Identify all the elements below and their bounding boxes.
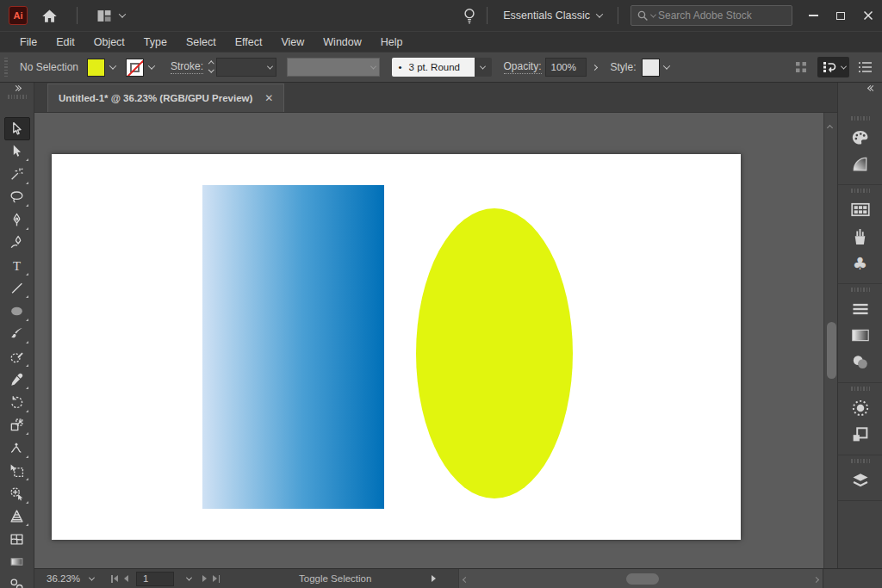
ellipse-tool[interactable] bbox=[4, 300, 30, 323]
appearance-panel-button[interactable] bbox=[843, 394, 878, 421]
direct-selection-tool[interactable] bbox=[4, 140, 30, 164]
scroll-right-icon[interactable] bbox=[814, 573, 818, 584]
horizontal-scrollbar-thumb[interactable] bbox=[626, 573, 659, 585]
minimize-button[interactable] bbox=[799, 3, 827, 28]
close-button[interactable] bbox=[854, 3, 882, 28]
selection-status: No Selection bbox=[20, 61, 87, 73]
blend-tool[interactable] bbox=[4, 573, 30, 588]
chevron-down-icon bbox=[596, 10, 603, 17]
brush-definition-dropdown[interactable]: • 3 pt. Round bbox=[392, 58, 492, 77]
last-artboard-button[interactable] bbox=[213, 575, 220, 583]
graphic-style-swatch[interactable] bbox=[642, 59, 660, 77]
adobe-stock-search[interactable] bbox=[630, 5, 792, 26]
menu-item-view[interactable]: View bbox=[271, 34, 314, 51]
mesh-tool[interactable] bbox=[4, 528, 30, 551]
next-artboard-button[interactable] bbox=[202, 575, 207, 582]
artboard[interactable] bbox=[52, 154, 741, 540]
fill-color-swatch[interactable] bbox=[87, 59, 105, 77]
document-setup-grid-icon[interactable] bbox=[793, 59, 809, 75]
rotate-tool[interactable] bbox=[4, 391, 30, 414]
menu-item-select[interactable]: Select bbox=[177, 34, 226, 51]
menu-item-object[interactable]: Object bbox=[84, 34, 134, 51]
artboard-number-field[interactable]: 1 bbox=[136, 572, 174, 586]
color-guide-panel-button[interactable] bbox=[843, 151, 878, 177]
stroke-label[interactable]: Stroke: bbox=[171, 60, 203, 74]
opacity-value-field[interactable]: 100% bbox=[545, 58, 587, 77]
gradient-rectangle-shape[interactable] bbox=[202, 185, 384, 509]
zoom-level-select[interactable]: 36.23% bbox=[34, 570, 99, 588]
scale-tool[interactable] bbox=[4, 414, 30, 437]
menu-item-window[interactable]: Window bbox=[314, 34, 370, 51]
panel-group-grip[interactable] bbox=[851, 116, 870, 121]
scroll-up-icon[interactable] bbox=[828, 118, 832, 133]
panel-dock-toggle-button[interactable] bbox=[817, 57, 849, 77]
stroke-panel-button[interactable] bbox=[843, 295, 878, 322]
scroll-left-icon[interactable] bbox=[463, 573, 468, 584]
search-input[interactable] bbox=[658, 9, 786, 22]
menu-item-help[interactable]: Help bbox=[371, 34, 413, 51]
shape-builder-tool[interactable] bbox=[4, 482, 30, 505]
layers-panel-button[interactable] bbox=[843, 467, 878, 493]
arrange-documents-button[interactable] bbox=[91, 4, 130, 27]
control-bar-grip[interactable] bbox=[4, 58, 8, 77]
menu-item-type[interactable]: Type bbox=[134, 34, 177, 51]
control-panel-menu-icon[interactable] bbox=[858, 59, 873, 75]
line-segment-tool[interactable] bbox=[4, 277, 30, 300]
status-text[interactable]: Toggle Selection bbox=[299, 573, 371, 584]
width-tool[interactable] bbox=[4, 436, 30, 460]
swatches-panel-button[interactable] bbox=[843, 196, 878, 223]
vertical-scrollbar[interactable] bbox=[823, 113, 837, 568]
curvature-tool[interactable] bbox=[4, 232, 30, 255]
panel-group-grip[interactable] bbox=[851, 459, 870, 463]
transparency-panel-button[interactable] bbox=[843, 349, 878, 375]
paintbrush-tool[interactable] bbox=[4, 323, 30, 346]
toolbar-grip[interactable] bbox=[8, 95, 27, 99]
panel-group-grip[interactable] bbox=[851, 189, 870, 193]
menu-item-edit[interactable]: Edit bbox=[47, 34, 84, 51]
pen-tool[interactable] bbox=[4, 208, 30, 232]
horizontal-scrollbar[interactable] bbox=[458, 569, 823, 588]
artboard-number-dropdown[interactable] bbox=[182, 570, 196, 588]
brushes-panel-button[interactable] bbox=[843, 223, 878, 250]
ellipse-shape[interactable] bbox=[416, 208, 573, 498]
first-artboard-button[interactable] bbox=[111, 575, 118, 583]
home-button[interactable] bbox=[36, 4, 63, 27]
stroke-weight-dropdown[interactable] bbox=[216, 58, 276, 77]
vertical-scrollbar-thumb[interactable] bbox=[827, 322, 836, 379]
stroke-color-swatch[interactable] bbox=[126, 59, 144, 77]
document-tab[interactable]: Untitled-1* @ 36.23% (RGB/GPU Preview) ✕ bbox=[47, 84, 284, 112]
learn-button[interactable] bbox=[457, 4, 481, 27]
color-panel-button[interactable] bbox=[843, 124, 878, 151]
eyedropper-tool[interactable] bbox=[4, 368, 30, 392]
tab-close-icon[interactable]: ✕ bbox=[264, 92, 273, 104]
menu-item-file[interactable]: File bbox=[10, 34, 47, 51]
graphic-styles-panel-button[interactable] bbox=[843, 421, 878, 448]
graphic-style-dropdown[interactable] bbox=[660, 59, 674, 77]
toolbar-expand-icon[interactable] bbox=[14, 86, 21, 90]
gradient-panel-button[interactable] bbox=[843, 322, 878, 349]
magic-wand-tool[interactable] bbox=[4, 163, 30, 186]
stroke-weight-stepper[interactable] bbox=[209, 62, 214, 72]
selection-tool[interactable] bbox=[4, 117, 30, 140]
opacity-label[interactable]: Opacity: bbox=[504, 60, 542, 74]
opacity-options-button[interactable] bbox=[587, 58, 604, 77]
stroke-color-dropdown[interactable] bbox=[144, 59, 158, 77]
status-expand-icon[interactable] bbox=[432, 573, 436, 584]
canvas-pasteboard[interactable] bbox=[34, 113, 823, 568]
previous-artboard-button[interactable] bbox=[124, 575, 128, 582]
brush-dropdown-button[interactable] bbox=[475, 58, 492, 77]
fill-color-dropdown[interactable] bbox=[105, 59, 120, 77]
panel-collapse-icon[interactable] bbox=[868, 86, 875, 90]
perspective-grid-tool[interactable] bbox=[4, 505, 30, 529]
menu-item-effect[interactable]: Effect bbox=[226, 34, 272, 51]
panel-group-grip[interactable] bbox=[851, 387, 870, 391]
shaper-tool[interactable] bbox=[4, 345, 30, 368]
panel-group-grip[interactable] bbox=[851, 288, 870, 292]
symbols-panel-button[interactable]: ♣ bbox=[843, 250, 878, 276]
gradient-tool[interactable] bbox=[4, 551, 30, 574]
maximize-button[interactable] bbox=[827, 3, 854, 28]
lasso-tool[interactable] bbox=[4, 186, 30, 209]
free-transform-tool[interactable] bbox=[4, 460, 30, 483]
type-tool[interactable]: T bbox=[4, 254, 30, 277]
workspace-switcher[interactable]: Essentials Classic bbox=[493, 9, 612, 22]
